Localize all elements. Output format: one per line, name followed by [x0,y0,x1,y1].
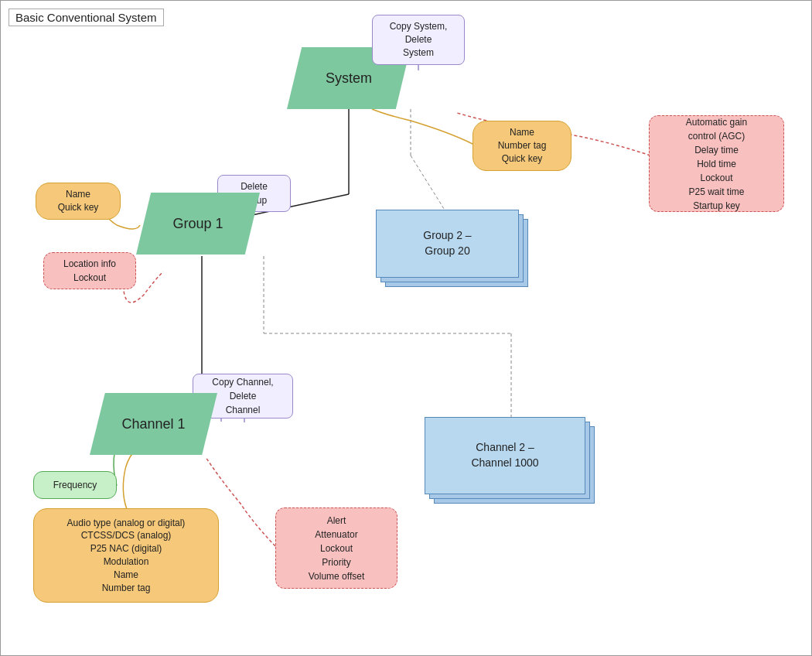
system-props-label: Name Number tag Quick key [498,126,547,165]
location-lockout-node: Location info Lockout [43,252,136,289]
group2-label: Group 2 – Group 20 [423,228,471,258]
group1-node: Group 1 [136,193,260,255]
audio-props-label: Audio type (analog or digital) CTCSS/DCS… [67,517,186,595]
agc-props-node: Automatic gain control (AGC) Delay time … [649,115,784,212]
audio-props-node: Audio type (analog or digital) CTCSS/DCS… [33,508,219,603]
system-label: System [326,70,372,87]
name-quickkey-label: Name Quick key [58,188,99,214]
channel-props-label: Alert Attenuator Lockout Priority Volume… [309,514,365,583]
frequency-node: Frequency [33,471,117,499]
diagram-container: Basic Conventional System [0,0,812,656]
channel2-stack: Channel 2 – Channel 1000 [425,417,595,508]
system-callout: Copy System, Delete System [372,15,465,65]
agc-props-label: Automatic gain control (AGC) Delay time … [686,115,747,213]
channel1-node: Channel 1 [90,393,217,455]
channel2-label: Channel 2 – Channel 1000 [471,440,538,470]
system-callout-label: Copy System, Delete System [390,20,448,59]
group2-stack: Group 2 – Group 20 [376,210,527,291]
channel-props-node: Alert Attenuator Lockout Priority Volume… [275,507,397,589]
diagram-title: Basic Conventional System [9,9,164,26]
svg-line-3 [411,155,449,217]
channel1-callout-label: Copy Channel, Delete Channel [212,375,273,417]
channel1-label: Channel 1 [121,416,185,432]
location-lockout-label: Location info Lockout [63,257,116,285]
system-props-node: Name Number tag Quick key [473,121,571,171]
frequency-label: Frequency [53,480,97,490]
name-quickkey-node: Name Quick key [36,183,121,220]
group1-label: Group 1 [172,216,223,232]
